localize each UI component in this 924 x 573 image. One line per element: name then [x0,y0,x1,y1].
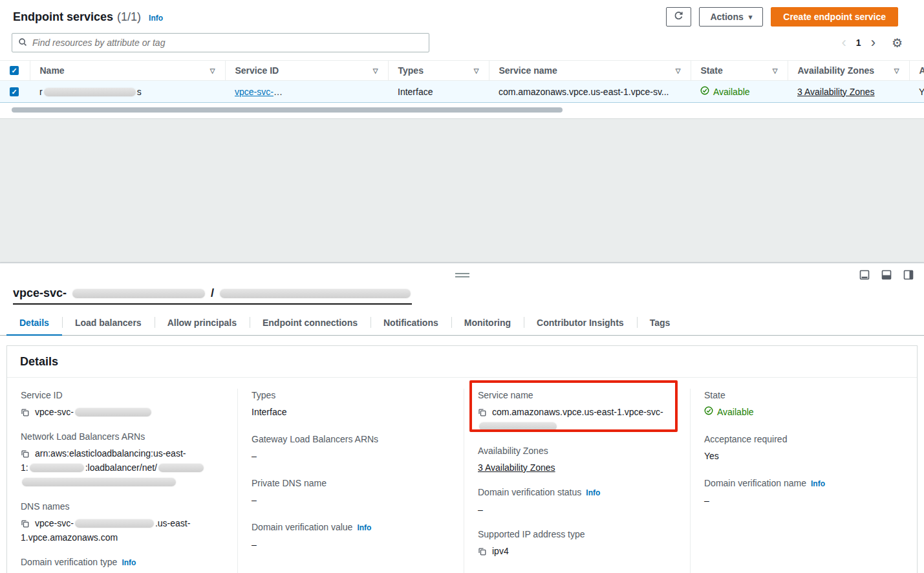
field-acceptance-required: Acceptance required Yes [704,433,901,463]
column-header-name[interactable]: Name▽ [30,61,225,81]
copy-icon[interactable] [21,519,29,528]
resource-count: (1/1) [117,10,141,24]
page-header: Endpoint services (1/1) Info Actions ▾ C… [0,0,924,32]
tab-load-balancers[interactable]: Load balancers [62,311,155,335]
field-label: Service name [478,389,674,402]
tab-notifications[interactable]: Notifications [371,311,451,335]
details-card: Details Service ID vpce-svc- Network Loa… [6,345,918,573]
detail-tabs: Details Load balancers Allow principals … [0,311,924,336]
column-header-truncated[interactable]: A [909,61,924,81]
tab-details[interactable]: Details [6,311,62,336]
available-status-icon [700,86,709,97]
cell-types: Interface [388,81,489,103]
column-header-service-name[interactable]: Service name▽ [489,61,691,81]
field-supported-ip-address-type: Supported IP address type ipv4 [478,528,674,558]
panel-position-side-icon[interactable] [903,270,914,280]
cell-name: rs [30,81,225,103]
field-value: ipv4 [478,544,674,558]
refresh-button[interactable] [666,7,691,27]
row-checkbox[interactable]: ✓ [10,87,19,96]
field-private-dns-name: Private DNS name – [252,477,448,507]
field-label: Acceptance required [704,433,901,446]
cell-truncated: Y [909,81,924,103]
copy-icon[interactable] [21,449,29,458]
details-column-2: Types Interface Gateway Load Balancers A… [237,389,464,573]
field-value: 3 Availability Zones [478,460,674,475]
field-service-id: Service ID vpce-svc- [21,389,222,419]
field-label: Gateway Load Balancers ARNs [252,433,448,446]
field-service-name: Service name com.amazonaws.vpce.us-east-… [478,389,674,433]
field-dns-names: DNS names vpce-svc-.us-east- 1.vpce.amaz… [21,500,222,545]
column-header-state[interactable]: State▽ [691,61,788,81]
field-label: Network Load Balancers ARNs [21,430,222,443]
chevron-left-icon[interactable]: ‹ [842,36,846,50]
info-link[interactable]: Info [149,14,163,23]
filter-icon[interactable]: ▽ [773,67,778,74]
details-heading: Details [20,355,904,369]
endpoint-services-pane: Endpoint services (1/1) Info Actions ▾ C… [0,0,924,119]
filter-icon[interactable]: ▽ [373,67,378,74]
field-value: vpce-svc-.us-east- 1.vpce.amazonaws.com [21,516,222,545]
field-label: Supported IP address type [478,528,674,541]
filter-icon[interactable]: ▽ [894,67,899,74]
field-label: DNS names [21,500,222,513]
search-input[interactable] [32,38,423,48]
field-label: Private DNS name [252,477,448,490]
field-label: Availability Zones [478,444,674,457]
select-all-checkbox[interactable]: ✓ [10,66,19,75]
field-domain-verification-name: Domain verification nameInfo – [704,477,901,508]
copy-icon[interactable] [478,547,486,556]
field-label: Domain verification typeInfo [21,556,222,569]
field-label: Domain verification statusInfo [478,486,674,499]
column-header-service-id[interactable]: Service ID▽ [225,61,388,81]
service-id-link[interactable]: vpce-svc- [235,87,385,97]
search-icon [18,38,27,49]
copy-icon[interactable] [478,408,486,416]
panel-drag-handle[interactable] [455,273,469,277]
field-types: Types Interface [252,389,448,419]
table-row[interactable]: ✓ rs vpce-svc- Interface com.amazonaws.v… [0,81,924,103]
tab-contributor-insights[interactable]: Contributor Insights [524,311,637,335]
tab-tags[interactable]: Tags [637,311,683,335]
page-title: Endpoint services [13,10,113,24]
filter-icon[interactable]: ▽ [474,67,479,74]
field-value: arn:aws:elasticloadbalancing:us-east- 1:… [21,446,222,489]
column-header-availability-zones[interactable]: Availability Zones▽ [788,61,909,81]
caret-down-icon: ▾ [749,14,753,21]
panel-title: vpce-svc- / [0,286,924,305]
filter-icon[interactable]: ▽ [676,67,681,74]
scrollbar-thumb[interactable] [12,107,563,113]
horizontal-scrollbar[interactable] [12,107,912,113]
info-link[interactable]: Info [122,558,136,567]
field-label: Service ID [21,389,222,402]
field-nlb-arns: Network Load Balancers ARNs arn:aws:elas… [21,430,222,489]
field-value: vpce-svc- [21,405,222,419]
filter-icon[interactable]: ▽ [210,67,215,74]
copy-icon[interactable] [21,408,29,416]
detail-panel: vpce-svc- / Details Load balancers Allow… [0,263,924,573]
info-link[interactable]: Info [357,523,371,532]
field-value: – [704,493,901,508]
create-endpoint-service-button[interactable]: Create endpoint service [771,7,898,27]
panel-position-split-icon[interactable] [881,270,892,280]
tab-allow-principals[interactable]: Allow principals [155,311,250,335]
chevron-right-icon[interactable]: › [871,36,876,50]
field-state: State Available [704,389,901,419]
redacted-text [30,464,84,472]
preferences-gear-icon[interactable]: ⚙ [892,36,903,50]
actions-button[interactable]: Actions ▾ [699,7,763,27]
field-label: State [704,389,901,402]
info-link[interactable]: Info [586,488,600,497]
column-header-types[interactable]: Types▽ [388,61,489,81]
field-label: Domain verification nameInfo [704,477,901,490]
details-column-4: State Available Acceptance [690,389,917,573]
refresh-icon [674,11,683,23]
availability-zones-link[interactable]: 3 Availability Zones [797,87,875,97]
tab-endpoint-connections[interactable]: Endpoint connections [250,311,371,335]
tab-monitoring[interactable]: Monitoring [451,311,524,335]
info-link[interactable]: Info [811,479,825,488]
page-number[interactable]: 1 [856,38,861,48]
availability-zones-link[interactable]: 3 Availability Zones [478,462,555,473]
search-box[interactable] [12,33,429,52]
panel-position-bottom-icon[interactable] [859,270,870,280]
